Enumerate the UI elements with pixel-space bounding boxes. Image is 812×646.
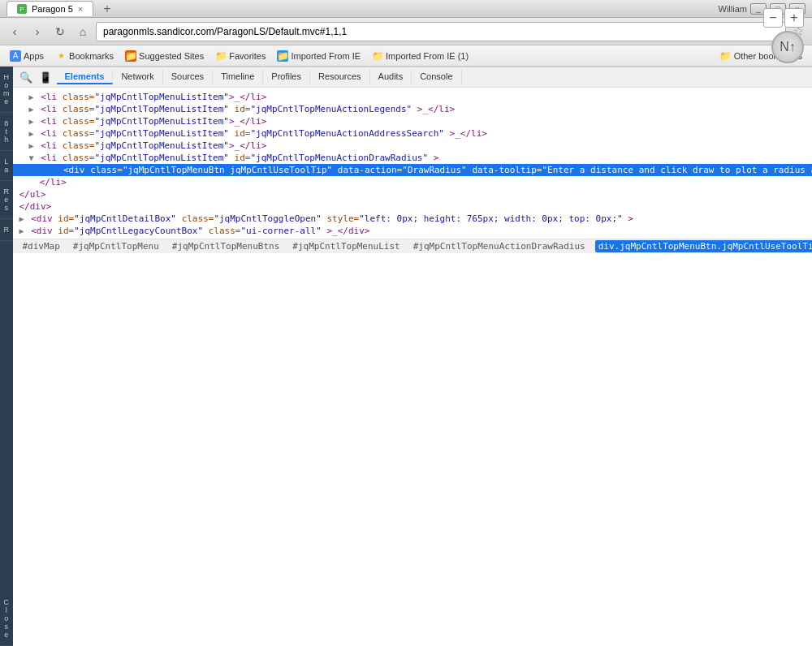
user-name: William bbox=[719, 4, 747, 14]
favorites-label: Favorites bbox=[229, 51, 266, 61]
devtools-tab-resources[interactable]: Resources bbox=[310, 70, 370, 84]
devtools-tab-sources[interactable]: Sources bbox=[163, 70, 213, 84]
html-line[interactable]: </ul> bbox=[13, 188, 813, 200]
back-button[interactable]: ‹ bbox=[5, 22, 24, 41]
devtools-tab-elements[interactable]: Elements bbox=[57, 70, 114, 84]
devtools-tabs: Elements Network Sources Timeline Profil… bbox=[57, 70, 462, 84]
imported-icon: 📁 bbox=[277, 50, 288, 62]
suggested-label: Suggested Sites bbox=[139, 51, 204, 61]
devtools-mobile-button[interactable]: 📱 bbox=[37, 69, 54, 85]
devtools-tab-network[interactable]: Network bbox=[113, 70, 162, 84]
html-line[interactable]: ▶ <li class="jqMpCntlTopMenuListItem">_<… bbox=[13, 91, 813, 103]
bookmarks-imported[interactable]: 📁 Imported From IE bbox=[272, 49, 365, 63]
status-topmenubtns[interactable]: #jqMpCntlTopMenuBtns bbox=[169, 240, 283, 252]
imported-label: Imported From IE bbox=[291, 51, 361, 61]
html-panel: ▶ <li class="jqMpCntlTopMenuListItem">_<… bbox=[13, 88, 813, 239]
status-topmenulist[interactable]: #jqMpCntlTopMenuList bbox=[289, 240, 403, 252]
bookmarks-suggested[interactable]: 📁 Suggested Sites bbox=[120, 49, 209, 63]
html-line[interactable]: ▶ <li class="jqMpCntlTopMenuListItem" id… bbox=[13, 103, 813, 115]
bookmarks-apps[interactable]: A Apps bbox=[5, 49, 49, 63]
favorites-icon: 📁 bbox=[215, 50, 227, 62]
sidebar-item-la[interactable]: La bbox=[0, 151, 13, 181]
bookmarks-bar: A Apps ★ Bookmarks 📁 Suggested Sites 📁 F… bbox=[0, 45, 812, 67]
devtools-inspect-button[interactable]: 🔍 bbox=[18, 69, 34, 85]
bookmarks-label: Bookmarks bbox=[69, 51, 114, 61]
devtools-toolbar: 🔍 📱 Elements Network Sources Timeline Pr… bbox=[13, 67, 813, 88]
html-line[interactable]: ▶ <li class="jqMpCntlTopMenuListItem">_<… bbox=[13, 140, 813, 152]
imported2-label: Imported From IE (1) bbox=[386, 51, 469, 61]
imported2-icon: 📁 bbox=[372, 50, 383, 62]
tab-title: Paragon 5 bbox=[32, 4, 73, 14]
browser-tab[interactable]: P Paragon 5 × bbox=[6, 1, 93, 16]
html-line[interactable]: ▶ <li class="jqMpCntlTopMenuListItem">_<… bbox=[13, 115, 813, 127]
left-sidebar: Home 8th La Res R Close bbox=[0, 67, 13, 646]
bookmarks-bookmarks[interactable]: ★ Bookmarks bbox=[50, 49, 119, 63]
html-line[interactable]: </div> bbox=[13, 200, 813, 213]
tab-favicon: P bbox=[17, 4, 27, 14]
status-topmenu[interactable]: #jqMpCntlTopMenu bbox=[70, 240, 162, 252]
suggested-icon: 📁 bbox=[125, 50, 136, 62]
other-icon: 📁 bbox=[720, 50, 732, 62]
html-line[interactable]: ▶ <div id="jqMpCntlLegacyCountBox" class… bbox=[13, 225, 813, 237]
forward-button[interactable]: › bbox=[28, 22, 47, 41]
html-line[interactable]: ▶ <div id="jqMpCntlDetailBox" class="jqM… bbox=[13, 213, 813, 225]
new-tab-button[interactable]: + bbox=[97, 0, 117, 19]
sidebar-item-r[interactable]: R bbox=[0, 219, 13, 241]
address-bar[interactable] bbox=[96, 22, 786, 41]
html-line[interactable]: ▶ <li class="jqMpCntlTopMenuListItem" id… bbox=[13, 127, 813, 140]
reload-button[interactable]: ↻ bbox=[50, 22, 70, 41]
bookmarks-favorites[interactable]: 📁 Favorites bbox=[210, 49, 270, 63]
apps-icon: A bbox=[10, 50, 21, 62]
devtools-tab-audits[interactable]: Audits bbox=[370, 70, 412, 84]
sidebar-item-res[interactable]: Res bbox=[0, 181, 13, 219]
apps-label: Apps bbox=[24, 51, 44, 61]
devtools-tab-console[interactable]: Console bbox=[412, 70, 461, 84]
devtools-area: 🔍 📱 Elements Network Sources Timeline Pr… bbox=[13, 67, 813, 253]
status-divmap[interactable]: #divMap bbox=[19, 240, 63, 252]
html-line-selected[interactable]: <div class="jqMpCntlTopMenuBtn jqMpCntlU… bbox=[13, 164, 813, 176]
devtools-tab-timeline[interactable]: Timeline bbox=[213, 70, 263, 84]
sidebar-item-home[interactable]: Home bbox=[0, 67, 13, 113]
html-line[interactable]: ▼ <li class="jqMpCntlTopMenuListItem" id… bbox=[13, 152, 813, 164]
sidebar-item-8th[interactable]: 8th bbox=[0, 113, 13, 151]
devtools-content: ▶ <li class="jqMpCntlTopMenuListItem">_<… bbox=[13, 88, 813, 239]
browser-titlebar: P Paragon 5 × + William _ □ × bbox=[0, 0, 812, 18]
browser-toolbar: ‹ › ↻ ⌂ ☆ bbox=[0, 18, 812, 45]
sidebar-item-close[interactable]: Close bbox=[0, 592, 13, 646]
tab-close-button[interactable]: × bbox=[78, 4, 83, 14]
main-content: Home 8th La Res R Close Bing Map Search … bbox=[0, 67, 812, 646]
bookmarks-icon: ★ bbox=[55, 50, 67, 62]
status-drawradius[interactable]: #jqMpCntlTopMenuActionDrawRadius bbox=[410, 240, 589, 252]
devtools-tab-profiles[interactable]: Profiles bbox=[263, 70, 310, 84]
home-button[interactable]: ⌂ bbox=[73, 22, 93, 41]
status-active-element[interactable]: div.jqMpCntlTopMenuBtn.jqMpCntlUseToolTi… bbox=[595, 240, 812, 252]
devtools-statusbar: #divMap #jqMpCntlTopMenu #jqMpCntlTopMen… bbox=[13, 239, 813, 253]
bookmarks-imported2[interactable]: 📁 Imported From IE (1) bbox=[367, 49, 473, 63]
html-line[interactable]: </li> bbox=[13, 176, 813, 188]
